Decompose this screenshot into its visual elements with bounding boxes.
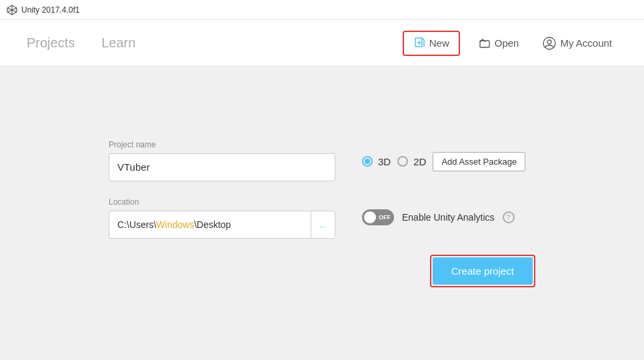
toggle-knob bbox=[364, 211, 376, 223]
svg-point-9 bbox=[547, 40, 551, 44]
create-project-button[interactable]: Create project bbox=[433, 257, 533, 285]
location-input-wrapper: C:\Users\Windows\Desktop ... bbox=[109, 211, 335, 239]
toggle-off-label: OFF bbox=[379, 214, 391, 221]
unity-logo-icon bbox=[7, 5, 17, 15]
nav-learn[interactable]: Learn bbox=[101, 35, 135, 51]
project-name-section: Project name 3D 2D Add Asset Package bbox=[109, 140, 535, 181]
location-label: Location bbox=[109, 197, 335, 207]
help-icon-text: ? bbox=[506, 213, 510, 221]
new-project-form: Project name 3D 2D Add Asset Package bbox=[109, 140, 535, 287]
location-text: C:\Users\Windows\Desktop bbox=[109, 219, 311, 230]
nav-projects[interactable]: Projects bbox=[27, 35, 75, 51]
location-section: Location C:\Users\Windows\Desktop ... OF… bbox=[109, 197, 535, 239]
add-asset-package-button[interactable]: Add Asset Package bbox=[433, 152, 525, 171]
analytics-label: Enable Unity Analytics bbox=[402, 212, 495, 223]
radio-3d-group: 3D bbox=[362, 156, 391, 167]
analytics-row: OFF Enable Unity Analytics ? bbox=[362, 209, 515, 225]
radio-2d-group: 2D bbox=[397, 156, 426, 167]
new-button[interactable]: New bbox=[405, 33, 457, 53]
new-file-icon bbox=[413, 37, 425, 49]
location-field-group: Location C:\Users\Windows\Desktop ... bbox=[109, 197, 335, 239]
analytics-toggle[interactable]: OFF bbox=[362, 209, 394, 225]
my-account-label: My Account bbox=[560, 37, 612, 49]
radio-3d[interactable] bbox=[362, 156, 373, 167]
new-label: New bbox=[429, 37, 449, 49]
project-name-label: Project name bbox=[109, 140, 335, 149]
create-button-wrapper: Create project bbox=[430, 255, 535, 287]
project-name-input[interactable] bbox=[109, 153, 335, 181]
app-name: Unity 2017.4.0f1 bbox=[21, 5, 79, 15]
radio-2d[interactable] bbox=[397, 156, 408, 167]
radio-2d-label[interactable]: 2D bbox=[413, 156, 426, 167]
header: Projects Learn New Open bbox=[0, 20, 644, 67]
radio-3d-label[interactable]: 3D bbox=[378, 156, 391, 167]
my-account-button[interactable]: My Account bbox=[537, 34, 617, 53]
create-project-row: Create project bbox=[109, 255, 535, 287]
location-highlight: Windows bbox=[156, 219, 194, 230]
nav-right: New Open My Account bbox=[403, 31, 617, 56]
location-browse-button[interactable]: ... bbox=[311, 211, 335, 238]
nav-left: Projects Learn bbox=[27, 35, 135, 51]
main-content: Project name 3D 2D Add Asset Package bbox=[0, 67, 644, 360]
open-label: Open bbox=[495, 37, 519, 49]
app-logo: Unity 2017.4.0f1 bbox=[7, 5, 79, 15]
ellipsis-icon: ... bbox=[319, 219, 327, 229]
project-name-field-group: Project name bbox=[109, 140, 335, 181]
help-icon[interactable]: ? bbox=[503, 211, 515, 223]
open-button[interactable]: Open bbox=[473, 35, 525, 52]
dimension-row: 3D 2D Add Asset Package bbox=[362, 152, 525, 171]
analytics-controls: OFF Enable Unity Analytics ? bbox=[362, 197, 515, 225]
new-button-wrapper: New bbox=[403, 31, 460, 56]
open-icon bbox=[479, 37, 491, 49]
account-icon bbox=[543, 37, 556, 50]
dimension-controls: 3D 2D Add Asset Package bbox=[362, 140, 525, 171]
title-bar: Unity 2017.4.0f1 bbox=[0, 0, 644, 20]
